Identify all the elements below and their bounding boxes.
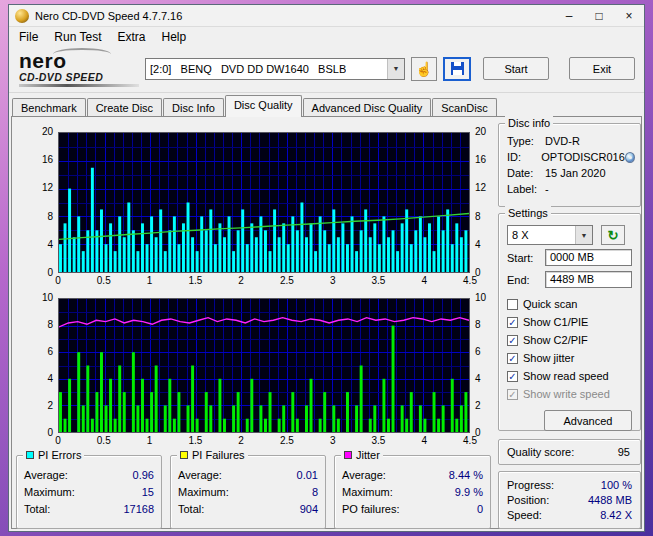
chevron-down-icon[interactable]: ▼ — [387, 59, 404, 79]
check-icon: ✓ — [507, 371, 518, 382]
axis-tick-label: 6 — [47, 346, 53, 357]
check-icon: ✓ — [507, 317, 518, 328]
axis-tick-label: 3 — [330, 275, 336, 286]
check-icon: ✓ — [507, 353, 518, 364]
axis-tick-label: 6 — [475, 346, 481, 357]
axis-tick-label: 0 — [47, 267, 53, 278]
tab-benchmark[interactable]: Benchmark — [12, 98, 86, 117]
axis-tick-label: 4 — [47, 373, 53, 384]
checkbox-show-write-speed[interactable]: ✓Show write speed — [507, 386, 632, 402]
checkbox-show-read-speed[interactable]: ✓Show read speed — [507, 368, 632, 384]
axis-tick-label: 0 — [55, 275, 61, 286]
pif-chart-x-axis: 00.511.522.533.544.5 — [58, 435, 470, 447]
desktop-background: Nero CD-DVD Speed 4.7.7.16 – □ × FileRun… — [0, 0, 653, 536]
disc-info-group: Disc info Type: DVD-R ID: OPTODISCR016 D… — [498, 123, 641, 207]
position-row: Position: 4488 MB — [507, 494, 632, 509]
disc-quality-panel: 048121620 048121620 00.511.522.533.544.5… — [11, 116, 642, 529]
refresh-icon: ↻ — [608, 229, 619, 242]
tab-bar: BenchmarkCreate DiscDisc InfoDisc Qualit… — [9, 95, 644, 117]
advanced-button[interactable]: Advanced — [544, 410, 632, 431]
pi-errors-chart — [58, 132, 470, 273]
speed-select[interactable]: 8 X ▼ — [507, 225, 593, 245]
pi-failures-legend-swatch — [180, 451, 188, 459]
checkbox-label: Show C1/PIE — [523, 316, 588, 328]
axis-tick-label: 2 — [238, 275, 244, 286]
axis-tick-label: 8 — [475, 211, 481, 222]
checkbox-label: Show C2/PIF — [523, 334, 588, 346]
pif-chart-y-axis-right: 0246810 — [472, 298, 498, 433]
checkbox-show-c1-pie[interactable]: ✓Show C1/PIE — [507, 314, 632, 330]
menu-extra[interactable]: Extra — [109, 28, 153, 46]
progress-group: Progress: 100 % Position: 4488 MB Speed:… — [498, 471, 641, 529]
quality-score-group: Quality score: 95 — [498, 439, 641, 465]
disc-type-row: Type: DVD-R — [499, 133, 640, 149]
checkbox-label: Show read speed — [523, 370, 609, 382]
checkbox-quick-scan[interactable]: Quick scan — [507, 296, 632, 312]
menu-bar: FileRun TestExtraHelp — [9, 27, 644, 47]
axis-tick-label: 4 — [47, 239, 53, 250]
axis-tick-label: 0 — [55, 435, 61, 446]
checkbox-show-jitter[interactable]: ✓Show jitter — [507, 350, 632, 366]
drive-select[interactable]: [2:0] BENQ DVD DD DW1640 BSLB ▼ — [145, 58, 405, 80]
axis-tick-label: 2.5 — [280, 435, 294, 446]
check-icon: ✓ — [507, 335, 518, 346]
chevron-down-icon[interactable]: ▼ — [575, 226, 592, 244]
axis-tick-label: 12 — [42, 182, 53, 193]
speed-select-value: 8 X — [512, 229, 529, 241]
tab-create-disc[interactable]: Create Disc — [87, 98, 162, 117]
pi-errors-stats-group: PI Errors Average:0.96 Maximum:15 Total:… — [16, 455, 162, 529]
axis-tick-label: 0.5 — [97, 435, 111, 446]
axis-tick-label: 10 — [475, 292, 486, 303]
save-button[interactable] — [443, 57, 471, 81]
cd-icon — [625, 152, 635, 163]
menu-run-test[interactable]: Run Test — [46, 28, 109, 46]
start-field[interactable]: 0000 MB — [545, 249, 632, 266]
axis-tick-label: 2 — [238, 435, 244, 446]
save-icon — [451, 62, 464, 75]
checkbox-label: Quick scan — [523, 298, 577, 310]
jitter-stats-title: Jitter — [356, 448, 380, 462]
tab-advanced-disc-quality[interactable]: Advanced Disc Quality — [303, 98, 432, 117]
tab-disc-info[interactable]: Disc Info — [163, 98, 224, 117]
pi-failures-chart — [58, 298, 470, 433]
hand-pen-icon: ☝ — [415, 62, 432, 76]
start-button[interactable]: Start — [483, 57, 549, 80]
axis-tick-label: 4 — [421, 275, 427, 286]
axis-tick-label: 8 — [475, 319, 481, 330]
disc-info-title: Disc info — [505, 116, 553, 130]
pie-chart-y-axis-right: 048121620 — [472, 132, 498, 273]
pi-failures-stats-title: PI Failures — [192, 448, 245, 462]
options-button[interactable]: ☝ — [411, 57, 437, 81]
disc-date-row: Date: 15 Jan 2020 — [499, 165, 640, 181]
refresh-button[interactable]: ↻ — [601, 225, 625, 245]
axis-tick-label: 16 — [42, 154, 53, 165]
pie-chart-y-axis-left: 048121620 — [30, 132, 56, 273]
pi-errors-legend-swatch — [26, 451, 34, 459]
exit-button[interactable]: Exit — [569, 57, 635, 80]
axis-tick-label: 4 — [475, 373, 481, 384]
maximize-button[interactable]: □ — [584, 5, 614, 26]
pi-failures-chart-canvas — [59, 299, 469, 432]
minimize-button[interactable]: – — [554, 5, 584, 26]
quality-score-value: 95 — [618, 446, 630, 458]
pi-errors-stats-title: PI Errors — [38, 448, 81, 462]
checkbox-show-c2-pif[interactable]: ✓Show C2/PIF — [507, 332, 632, 348]
axis-tick-label: 0.5 — [97, 275, 111, 286]
titlebar[interactable]: Nero CD-DVD Speed 4.7.7.16 – □ × — [9, 5, 644, 27]
tab-disc-quality[interactable]: Disc Quality — [225, 95, 302, 117]
axis-tick-label: 10 — [42, 292, 53, 303]
start-label: Start: — [507, 252, 541, 264]
check-icon: ✓ — [507, 389, 518, 400]
nero-swoosh-icon — [53, 48, 111, 60]
close-button[interactable]: × — [614, 5, 644, 26]
pi-errors-chart-canvas — [59, 133, 469, 272]
end-field[interactable]: 4489 MB — [545, 271, 632, 288]
jitter-legend-swatch — [344, 451, 352, 459]
toolbar: nero CD-DVD SPEED [2:0] BENQ DVD DD DW16… — [9, 47, 644, 93]
tab-scandisc[interactable]: ScanDisc — [432, 98, 496, 117]
disc-label-row: Label: - — [499, 181, 640, 197]
axis-tick-label: 4 — [475, 239, 481, 250]
menu-help[interactable]: Help — [154, 28, 195, 46]
nero-app-icon — [15, 9, 29, 23]
menu-file[interactable]: File — [11, 28, 46, 46]
